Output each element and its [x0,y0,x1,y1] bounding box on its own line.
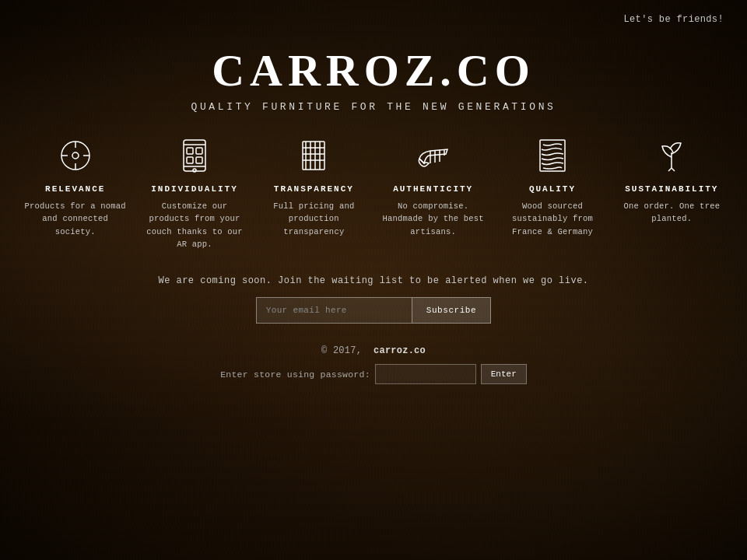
feature-transparency-title: TRANSPARENCY [274,184,354,194]
svg-rect-11 [196,148,202,154]
password-form: Enter store using password: Enter [220,364,527,384]
feature-authenticity-desc: No compromise. Handmade by the best arti… [380,200,486,238]
saw-icon [412,135,454,177]
feature-individuality-title: INDIVIDUALITY [151,184,238,194]
feature-individuality: INDIVIDUALITY Customize our products fro… [135,135,254,250]
enter-button[interactable]: Enter [481,364,527,384]
wood-grain-icon [531,135,573,177]
feature-sustainability-desc: One order. One tree planted. [619,200,725,226]
feature-transparency: TRANSPARENCY Full pricing and production… [254,135,374,250]
feature-authenticity: AUTHENTICITY No compromise. Handmade by … [374,135,493,250]
copyright: © 2017, carroz.co [220,345,527,356]
feature-sustainability-title: SUSTAINABILITY [625,184,718,194]
svg-rect-13 [196,157,202,163]
password-input[interactable] [375,364,476,384]
coming-soon-section: We are coming soon. Join the waiting lis… [158,275,588,324]
features-section: RELEVANCE Products for a nomad and conne… [0,135,747,250]
friends-link[interactable]: Let's be friends! [623,14,724,25]
coming-soon-text: We are coming soon. Join the waiting lis… [158,275,588,286]
copyright-year: © 2017, [321,345,362,356]
email-form: Subscribe [158,297,588,324]
brand-name: carroz.co [374,345,426,356]
page-wrapper: Let's be friends! CARROZ.CO QUALITY FURN… [0,0,747,560]
leaf-icon [651,135,693,177]
site-subtitle: QUALITY FURNITURE FOR THE NEW GENERATION… [191,101,556,113]
app-phone-icon [174,135,216,177]
feature-quality-desc: Wood sourced sustainably from France & G… [499,200,605,238]
svg-rect-10 [187,148,193,154]
footer: © 2017, carroz.co Enter store using pass… [220,345,527,384]
top-nav: Let's be friends! [0,0,747,25]
feature-relevance-desc: Products for a nomad and connected socie… [22,200,128,238]
svg-rect-12 [187,157,193,163]
feature-individuality-desc: Customize our products from your couch t… [141,200,247,250]
svg-line-28 [672,168,675,171]
layers-icon [293,135,335,177]
svg-point-1 [72,152,79,159]
password-label: Enter store using password: [220,369,370,380]
feature-sustainability: SUSTAINABILITY One order. One tree plant… [612,135,731,250]
feature-quality-title: QUALITY [529,184,576,194]
feature-quality: QUALITY Wood sourced sustainably from Fr… [493,135,612,250]
site-title: CARROZ.CO [191,48,556,93]
subscribe-button[interactable]: Subscribe [412,297,491,324]
feature-transparency-desc: Full pricing and production transparency [261,200,367,238]
svg-point-9 [193,169,196,172]
feature-relevance: RELEVANCE Products for a nomad and conne… [16,135,135,250]
email-input[interactable] [256,297,412,324]
svg-line-27 [668,168,672,171]
hero-section: CARROZ.CO QUALITY FURNITURE FOR THE NEW … [191,48,556,113]
feature-authenticity-title: AUTHENTICITY [393,184,473,194]
feature-relevance-title: RELEVANCE [45,184,105,194]
crosshair-icon [54,135,96,177]
